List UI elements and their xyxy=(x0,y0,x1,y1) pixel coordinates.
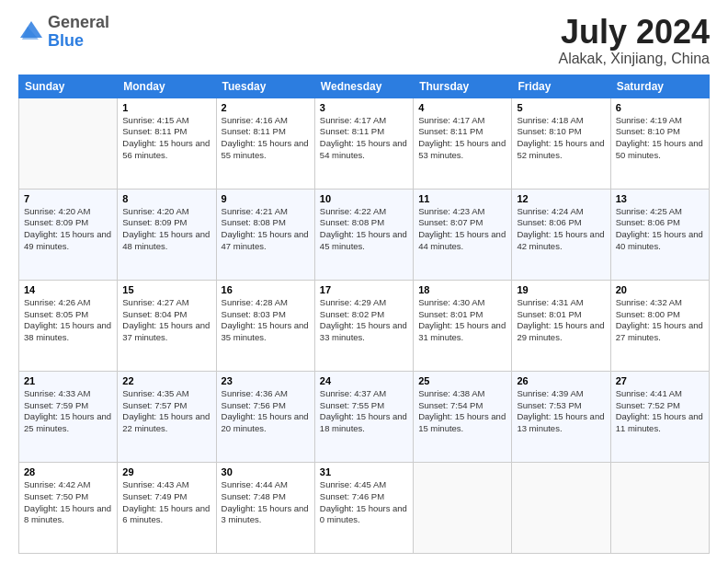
sunrise-label: Sunrise: 4:31 AM xyxy=(517,297,583,307)
day-info: Sunrise: 4:39 AM Sunset: 7:53 PM Dayligh… xyxy=(517,388,605,435)
day-info: Sunrise: 4:27 AM Sunset: 8:04 PM Dayligh… xyxy=(122,297,210,344)
day-info: Sunrise: 4:17 AM Sunset: 8:11 PM Dayligh… xyxy=(320,115,408,162)
th-saturday: Saturday xyxy=(610,75,709,98)
sunrise-label: Sunrise: 4:33 AM xyxy=(24,388,90,398)
day-info: Sunrise: 4:29 AM Sunset: 8:02 PM Dayligh… xyxy=(320,297,408,344)
day-info: Sunrise: 4:44 AM Sunset: 7:48 PM Dayligh… xyxy=(222,479,310,526)
day-info: Sunrise: 4:31 AM Sunset: 8:01 PM Dayligh… xyxy=(517,297,605,344)
day-number: 18 xyxy=(418,284,506,295)
sunrise-label: Sunrise: 4:26 AM xyxy=(24,297,90,307)
daylight-label: Daylight: 15 hours and 38 minutes. xyxy=(24,320,111,342)
day-info: Sunrise: 4:32 AM Sunset: 8:00 PM Dayligh… xyxy=(616,297,704,344)
calendar-cell-w2d0: 14 Sunrise: 4:26 AM Sunset: 8:05 PM Dayl… xyxy=(19,280,118,371)
day-number: 7 xyxy=(24,193,112,204)
daylight-label: Daylight: 15 hours and 27 minutes. xyxy=(616,320,703,342)
day-number: 20 xyxy=(616,284,704,295)
sunrise-label: Sunrise: 4:45 AM xyxy=(320,479,386,489)
calendar-cell-w4d3: 31 Sunrise: 4:45 AM Sunset: 7:46 PM Dayl… xyxy=(314,462,413,553)
daylight-label: Daylight: 15 hours and 45 minutes. xyxy=(320,229,407,251)
day-info: Sunrise: 4:35 AM Sunset: 7:57 PM Dayligh… xyxy=(122,388,210,435)
daylight-label: Daylight: 15 hours and 6 minutes. xyxy=(122,503,210,525)
sunset-label: Sunset: 7:50 PM xyxy=(24,491,88,501)
calendar-cell-w2d3: 17 Sunrise: 4:29 AM Sunset: 8:02 PM Dayl… xyxy=(314,280,413,371)
daylight-label: Daylight: 15 hours and 22 minutes. xyxy=(122,411,210,433)
day-number: 14 xyxy=(24,284,112,295)
daylight-label: Daylight: 15 hours and 49 minutes. xyxy=(24,229,111,251)
calendar-cell-w3d4: 25 Sunrise: 4:38 AM Sunset: 7:54 PM Dayl… xyxy=(414,371,512,462)
sunrise-label: Sunrise: 4:35 AM xyxy=(122,388,188,398)
sunrise-label: Sunrise: 4:23 AM xyxy=(418,206,484,216)
day-info: Sunrise: 4:33 AM Sunset: 7:59 PM Dayligh… xyxy=(24,388,112,435)
daylight-label: Daylight: 15 hours and 33 minutes. xyxy=(320,320,407,342)
sunset-label: Sunset: 7:56 PM xyxy=(222,400,286,410)
sunrise-label: Sunrise: 4:29 AM xyxy=(320,297,386,307)
sunset-label: Sunset: 8:04 PM xyxy=(122,309,187,319)
daylight-label: Daylight: 15 hours and 55 minutes. xyxy=(222,138,309,160)
day-number: 22 xyxy=(122,375,210,386)
sunrise-label: Sunrise: 4:21 AM xyxy=(222,206,288,216)
day-info: Sunrise: 4:21 AM Sunset: 8:08 PM Dayligh… xyxy=(222,206,310,253)
sunset-label: Sunset: 8:08 PM xyxy=(222,217,286,227)
sunrise-label: Sunrise: 4:15 AM xyxy=(122,115,188,125)
calendar-table: Sunday Monday Tuesday Wednesday Thursday… xyxy=(18,75,710,554)
day-number: 15 xyxy=(122,284,210,295)
calendar-cell-w1d4: 11 Sunrise: 4:23 AM Sunset: 8:07 PM Dayl… xyxy=(414,189,512,280)
calendar-cell-w3d3: 24 Sunrise: 4:37 AM Sunset: 7:55 PM Dayl… xyxy=(314,371,413,462)
sunset-label: Sunset: 8:11 PM xyxy=(418,126,483,136)
calendar-cell-w4d1: 29 Sunrise: 4:43 AM Sunset: 7:49 PM Dayl… xyxy=(118,462,216,553)
calendar-cell-w2d2: 16 Sunrise: 4:28 AM Sunset: 8:03 PM Dayl… xyxy=(216,280,314,371)
day-number: 8 xyxy=(122,193,210,204)
sunrise-label: Sunrise: 4:28 AM xyxy=(222,297,288,307)
daylight-label: Daylight: 15 hours and 54 minutes. xyxy=(320,138,407,160)
sunset-label: Sunset: 8:05 PM xyxy=(24,309,88,319)
calendar-cell-w4d0: 28 Sunrise: 4:42 AM Sunset: 7:50 PM Dayl… xyxy=(19,462,118,553)
day-number: 24 xyxy=(320,375,408,386)
sunrise-label: Sunrise: 4:36 AM xyxy=(222,388,288,398)
day-number: 25 xyxy=(418,375,506,386)
calendar-cell-w3d6: 27 Sunrise: 4:41 AM Sunset: 7:52 PM Dayl… xyxy=(610,371,709,462)
sunrise-label: Sunrise: 4:25 AM xyxy=(616,206,682,216)
sunset-label: Sunset: 7:59 PM xyxy=(24,400,88,410)
sunset-label: Sunset: 8:10 PM xyxy=(616,126,680,136)
day-info: Sunrise: 4:41 AM Sunset: 7:52 PM Dayligh… xyxy=(616,388,704,435)
sunrise-label: Sunrise: 4:18 AM xyxy=(517,115,583,125)
daylight-label: Daylight: 15 hours and 56 minutes. xyxy=(122,138,210,160)
day-number: 30 xyxy=(222,466,310,477)
day-number: 26 xyxy=(517,375,605,386)
daylight-label: Daylight: 15 hours and 29 minutes. xyxy=(517,320,604,342)
daylight-label: Daylight: 15 hours and 48 minutes. xyxy=(122,229,210,251)
calendar-cell-w0d0 xyxy=(19,98,118,189)
day-number: 29 xyxy=(122,466,210,477)
th-sunday: Sunday xyxy=(19,75,118,98)
logo-icon xyxy=(18,19,44,45)
daylight-label: Daylight: 15 hours and 53 minutes. xyxy=(418,138,506,160)
sunset-label: Sunset: 8:11 PM xyxy=(122,126,187,136)
sunrise-label: Sunrise: 4:38 AM xyxy=(418,388,484,398)
day-info: Sunrise: 4:23 AM Sunset: 8:07 PM Dayligh… xyxy=(418,206,506,253)
sunset-label: Sunset: 7:48 PM xyxy=(222,491,286,501)
sunrise-label: Sunrise: 4:16 AM xyxy=(222,115,288,125)
day-number: 27 xyxy=(616,375,704,386)
day-number: 1 xyxy=(122,102,210,113)
day-number: 4 xyxy=(418,102,506,113)
day-info: Sunrise: 4:28 AM Sunset: 8:03 PM Dayligh… xyxy=(222,297,310,344)
page: General Blue July 2024 Alakak, Xinjiang,… xyxy=(0,0,728,563)
day-number: 31 xyxy=(320,466,408,477)
sunset-label: Sunset: 8:10 PM xyxy=(517,126,581,136)
daylight-label: Daylight: 15 hours and 47 minutes. xyxy=(222,229,309,251)
location-subtitle: Alakak, Xinjiang, China xyxy=(558,51,710,67)
sunset-label: Sunset: 8:07 PM xyxy=(418,217,483,227)
day-number: 3 xyxy=(320,102,408,113)
sunrise-label: Sunrise: 4:32 AM xyxy=(616,297,682,307)
day-number: 6 xyxy=(616,102,704,113)
sunrise-label: Sunrise: 4:39 AM xyxy=(517,388,583,398)
daylight-label: Daylight: 15 hours and 13 minutes. xyxy=(517,411,604,433)
sunrise-label: Sunrise: 4:30 AM xyxy=(418,297,484,307)
calendar-cell-w1d0: 7 Sunrise: 4:20 AM Sunset: 8:09 PM Dayli… xyxy=(19,189,118,280)
calendar-cell-w1d5: 12 Sunrise: 4:24 AM Sunset: 8:06 PM Dayl… xyxy=(512,189,610,280)
logo: General Blue xyxy=(18,14,109,51)
day-info: Sunrise: 4:43 AM Sunset: 7:49 PM Dayligh… xyxy=(122,479,210,526)
sunset-label: Sunset: 7:46 PM xyxy=(320,491,384,501)
calendar-cell-w2d1: 15 Sunrise: 4:27 AM Sunset: 8:04 PM Dayl… xyxy=(118,280,216,371)
sunset-label: Sunset: 7:49 PM xyxy=(122,491,187,501)
